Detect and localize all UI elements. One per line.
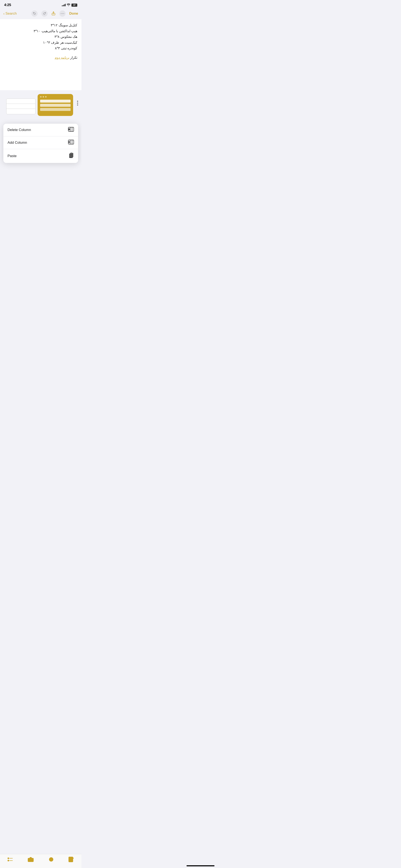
- status-icons: 37: [62, 4, 77, 7]
- note-line-4: کیک‌سیت هر طرف ۳*۱۰: [4, 40, 77, 45]
- share-button[interactable]: [51, 11, 56, 17]
- svg-rect-18: [70, 153, 72, 153]
- svg-point-3: [62, 13, 63, 14]
- table-area: [0, 92, 82, 120]
- note-line-2: هیپ ابداکشن با مالتی‌هیپ ۱۰*۳: [4, 28, 77, 34]
- more-button[interactable]: [59, 10, 66, 17]
- back-label[interactable]: Search: [5, 11, 17, 16]
- table-handle[interactable]: [66, 111, 70, 115]
- context-menu: Delete Column Add Column: [3, 124, 78, 163]
- note-line-5: کوه‌دره تبتی ۳*۸: [4, 45, 77, 51]
- delete-column-icon: [68, 127, 74, 133]
- nav-back[interactable]: ‹ Search: [3, 11, 17, 16]
- note-repeat-line: تکرار برنامه دوم: [4, 56, 77, 60]
- bottom-space: [0, 167, 82, 230]
- paste-item[interactable]: Paste: [3, 149, 78, 163]
- note-line-1: کتل‌بل سوینگ ۱۲*۳: [4, 23, 77, 28]
- battery-icon: 37: [71, 4, 77, 7]
- redo-button[interactable]: [41, 10, 48, 17]
- repeat-link[interactable]: برنامه دوم: [55, 56, 69, 59]
- undo-button[interactable]: [31, 10, 38, 17]
- repeat-prefix: تکرار: [69, 56, 77, 59]
- nav-bar: ‹ Search: [0, 9, 82, 19]
- add-column-icon: [68, 140, 74, 146]
- status-bar: 4:25 37: [0, 0, 82, 9]
- add-column-item[interactable]: Add Column: [3, 136, 78, 149]
- svg-point-4: [63, 13, 64, 14]
- signal-bars-icon: [62, 4, 66, 6]
- svg-rect-17: [70, 153, 73, 157]
- paste-label: Paste: [7, 154, 17, 158]
- table-dots-menu[interactable]: [77, 101, 78, 105]
- wifi-icon: [67, 4, 70, 7]
- nav-actions: Done: [31, 10, 78, 17]
- table-small-preview: [6, 99, 35, 114]
- back-chevron-icon: ‹: [3, 11, 5, 16]
- note-content: کتل‌بل سوینگ ۱۲*۳ هیپ ابداکشن با مالتی‌ه…: [0, 19, 82, 90]
- delete-column-item[interactable]: Delete Column: [3, 124, 78, 136]
- paste-icon: [69, 153, 74, 160]
- delete-column-label: Delete Column: [7, 128, 31, 132]
- svg-point-2: [61, 13, 61, 14]
- note-line-3: هک معکوس ۸*۳: [4, 34, 77, 39]
- status-time: 4:25: [4, 3, 11, 7]
- done-button[interactable]: Done: [69, 11, 78, 16]
- add-column-label: Add Column: [7, 141, 27, 145]
